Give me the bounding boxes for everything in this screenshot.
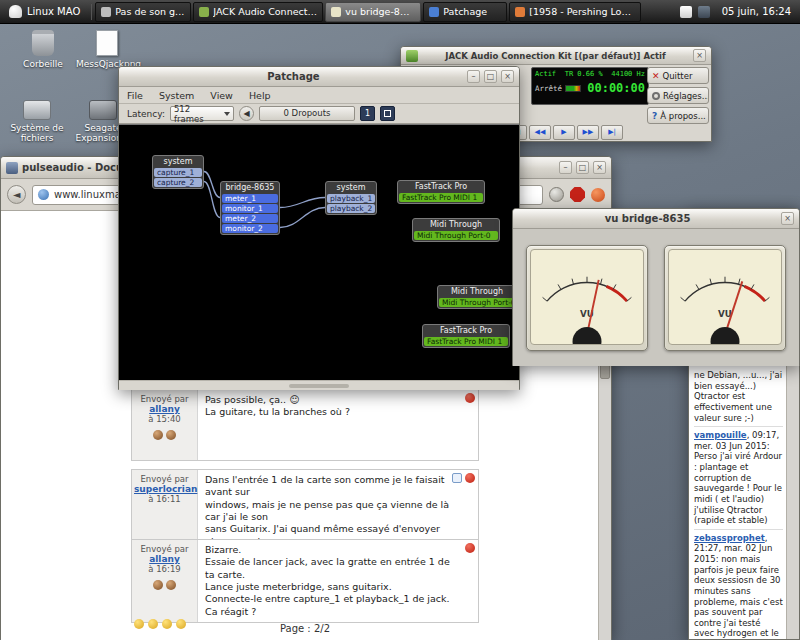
taskbar-item-patchage[interactable]: Patchage xyxy=(423,2,507,22)
author-link[interactable]: allany xyxy=(149,554,180,564)
close-button[interactable]: × xyxy=(781,212,794,225)
jack-transport-state: Arrêté xyxy=(535,84,562,93)
connection-line xyxy=(204,172,220,198)
zoom-fit-icon xyxy=(384,110,391,117)
minimize-button[interactable]: – xyxy=(559,161,572,174)
taskbar-item-vu-bridge[interactable]: vu bridge-8635 xyxy=(325,2,421,22)
window-icon xyxy=(6,162,18,174)
vu-titlebar[interactable]: vu bridge-8635 × xyxy=(513,209,799,229)
desktop-icon-filesystem[interactable]: Système de fichiers xyxy=(6,100,68,143)
jack-samplerate: 44100 Hz xyxy=(611,70,645,78)
image-file-icon xyxy=(96,30,118,56)
quote-icon[interactable] xyxy=(465,543,475,553)
post-time: à 16:11 xyxy=(134,494,195,504)
jack-status: Actif xyxy=(535,70,556,78)
vu-needle-hub xyxy=(573,326,602,344)
node-system-playback[interactable]: system playback_1 playback_2 xyxy=(325,181,377,215)
close-button[interactable]: × xyxy=(593,161,606,174)
dropouts-button[interactable]: 0 Dropouts xyxy=(259,106,355,121)
quote-icon[interactable] xyxy=(465,393,475,403)
chat-message: ne Debian, ...u..., j'ai bien essayé...)… xyxy=(694,367,783,426)
vu-needle xyxy=(587,279,599,334)
minimize-button[interactable]: – xyxy=(467,70,480,83)
quote-icon[interactable] xyxy=(465,473,475,483)
port-capture-1[interactable]: capture_1 xyxy=(154,168,202,177)
port-playback-1[interactable]: playback_1 xyxy=(327,194,375,203)
port-fasttrack-midi-1[interactable]: FastTrack Pro MIDI 1 xyxy=(399,193,483,202)
port-midi-through-0[interactable]: Midi Through Port-0 xyxy=(414,231,498,240)
taskbar-item-browser-1958[interactable]: [1958 - Pershing Lounge C... xyxy=(509,2,641,22)
patch-canvas[interactable]: system capture_1 capture_2 bridge-8635 m… xyxy=(119,124,519,380)
reload-icon[interactable] xyxy=(549,187,564,202)
resize-grip[interactable] xyxy=(289,384,349,388)
zoom-normal-button[interactable]: 1 xyxy=(360,106,375,121)
node-fasttrack-pro-1[interactable]: FastTrack Pro FastTrack Pro MIDI 1 xyxy=(397,180,485,204)
maximize-button[interactable]: □ xyxy=(484,70,497,83)
reset-latency-button[interactable]: ◀ xyxy=(239,106,254,121)
vu-ticks xyxy=(681,276,770,300)
clock[interactable]: 05 juin, 16:24 xyxy=(722,6,791,17)
taskbar-item-jack[interactable]: JACK Audio Connection Kit... xyxy=(193,2,323,22)
port-meter-1[interactable]: meter_1 xyxy=(222,194,278,203)
emoticon-icon xyxy=(166,580,176,590)
author-link[interactable]: allany xyxy=(149,404,180,414)
chat-author-link[interactable]: zebassprophet xyxy=(694,533,765,543)
settings-button[interactable]: Réglages... xyxy=(647,87,709,104)
port-playback-2[interactable]: playback_2 xyxy=(327,204,375,213)
stop-badge-icon[interactable] xyxy=(570,187,585,202)
play-button[interactable]: ▶ xyxy=(553,125,575,140)
menu-file[interactable]: File xyxy=(119,89,151,102)
zoom-fit-button[interactable] xyxy=(380,106,395,121)
node-system-capture[interactable]: system capture_1 capture_2 xyxy=(152,155,204,189)
menu-help[interactable]: Help xyxy=(241,89,279,102)
vu-meter-right: VU xyxy=(664,245,786,351)
applications-menu[interactable]: Linux MAO xyxy=(0,0,89,23)
patchage-titlebar[interactable]: Patchage – □ × xyxy=(119,67,519,87)
applications-menu-label: Linux MAO xyxy=(27,6,80,17)
backward-button[interactable]: ◀◀ xyxy=(529,125,551,140)
page-indicator: Page : 2/2 xyxy=(131,623,479,634)
notification-tray-icon[interactable] xyxy=(698,6,710,18)
sent-label: Envoyé par xyxy=(134,544,195,554)
chat-author-link[interactable]: vampouille xyxy=(694,430,747,440)
node-fasttrack-pro-2[interactable]: FastTrack Pro FastTrack Pro MIDI 1 xyxy=(422,324,510,348)
back-button[interactable]: ◄ xyxy=(7,185,26,204)
forward-button[interactable]: ▶▶ xyxy=(577,125,599,140)
author-link[interactable]: superlocrian xyxy=(134,484,197,494)
menu-view[interactable]: View xyxy=(202,89,241,102)
port-capture-2[interactable]: capture_2 xyxy=(154,178,202,187)
port-midi-through-0[interactable]: Midi Through Port-0 xyxy=(439,298,515,307)
port-meter-2[interactable]: meter_2 xyxy=(222,214,278,223)
node-bridge-8635[interactable]: bridge-8635 meter_1 monitor_1 meter_2 mo… xyxy=(220,181,280,235)
connection-line xyxy=(280,198,325,208)
port-monitor-1[interactable]: monitor_1 xyxy=(222,204,278,213)
end-button[interactable]: ▶| xyxy=(601,125,623,140)
taskbar-item-pas-de-son[interactable]: Pas de son g... xyxy=(95,2,191,22)
linuxmao-logo-icon xyxy=(9,5,22,18)
quit-button[interactable]: ✕ Quitter xyxy=(647,67,709,84)
maximize-button[interactable]: □ xyxy=(576,161,589,174)
sent-label: Envoyé par xyxy=(134,394,195,404)
input-method-tray-icon[interactable] xyxy=(680,6,692,18)
menu-system[interactable]: System xyxy=(151,89,202,102)
node-midi-through-2[interactable]: Midi Through Midi Through Port-0 xyxy=(437,285,517,309)
edit-icon[interactable] xyxy=(452,473,462,483)
jack-titlebar[interactable]: JACK Audio Connection Kit [(par défaut)]… xyxy=(401,47,711,65)
extension-icon[interactable] xyxy=(591,188,605,202)
desktop-icon-image[interactable]: MessQjackpng xyxy=(76,30,138,69)
desktop-icon-trash[interactable]: Corbeille xyxy=(12,30,74,69)
close-button[interactable]: × xyxy=(501,70,514,83)
port-fasttrack-midi-1[interactable]: FastTrack Pro MIDI 1 xyxy=(424,337,508,346)
panel-separator xyxy=(91,4,92,20)
about-button[interactable]: ? À propos... xyxy=(647,107,709,124)
post-time: à 16:19 xyxy=(134,564,195,574)
node-midi-through-1[interactable]: Midi Through Midi Through Port-0 xyxy=(412,218,500,242)
port-monitor-2[interactable]: monitor_2 xyxy=(222,224,278,233)
gear-icon xyxy=(652,92,660,100)
forum-post: Envoyé par allany à 16:19 Bizarre. Essai… xyxy=(131,539,479,623)
menubar: File System View Help xyxy=(119,87,519,104)
latency-combobox[interactable]: 512 frames xyxy=(170,106,234,121)
close-button[interactable]: × xyxy=(693,49,706,62)
jack-lcd-display: Actif TR 0.66 % 44100 Hz Arrêté 00:00:00 xyxy=(531,67,649,105)
vu-meter-icon xyxy=(331,7,341,17)
